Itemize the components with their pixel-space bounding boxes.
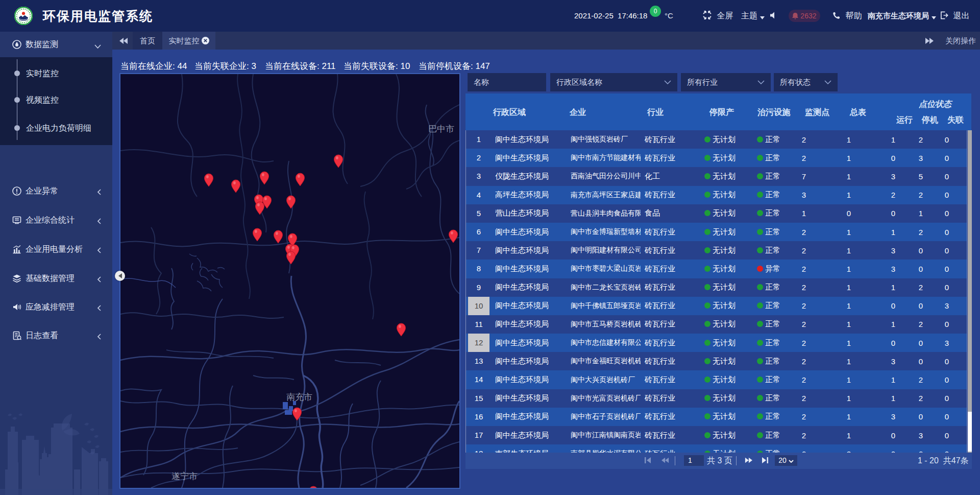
- svg-text:南充市: 南充市: [286, 392, 312, 402]
- svg-text:遂宁市: 遂宁市: [172, 472, 198, 481]
- svg-text:巴中市: 巴中市: [428, 124, 454, 134]
